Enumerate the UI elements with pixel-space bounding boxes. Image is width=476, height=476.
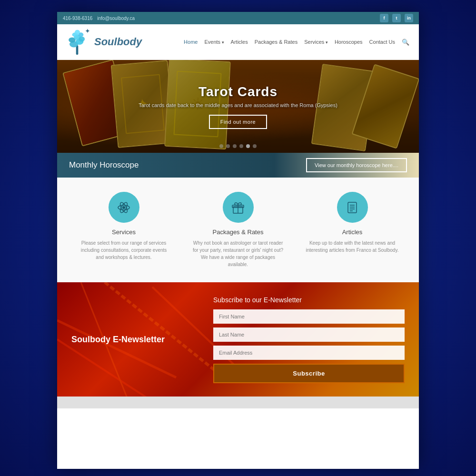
phone-number: 416-938-6316 [63,16,92,21]
main-nav: Home Events Articles Packages & Rates Se… [184,39,409,46]
logo-star: ✦ [85,27,90,35]
packages-icon-circle[interactable] [223,192,254,223]
hero-title: Tarot Cards [139,84,337,99]
newsletter-heading: Soulbody E-Newsletter [71,335,199,345]
outer-background: 416-938-6316 info@soulbody.ca f t in [0,0,476,476]
packages-icon [231,200,245,215]
nav-home[interactable]: Home [184,39,198,45]
subscribe-button[interactable]: Subscribe [213,364,405,383]
horoscope-bar: Monthly Horoscope View our monthly horos… [57,153,419,178]
svg-point-8 [75,30,80,34]
nav-horoscopes[interactable]: Horoscopes [335,39,363,45]
newsletter-left: Soulbody E-Newsletter [71,335,199,345]
service-title-3: Articles [305,228,400,236]
view-horoscope-button[interactable]: View our monthly horoscope here.... [306,158,407,172]
logo-text: Soulbody [94,36,142,48]
first-name-field[interactable] [213,309,405,324]
service-title-1: Services [76,228,171,236]
facebook-icon[interactable]: f [380,14,388,22]
newsletter-sub-title: Subscribe to our E-Newsletter [213,296,405,304]
twitter-icon[interactable]: t [392,14,401,22]
hero-content: Tarot Cards Tarot cards date back to the… [139,84,337,129]
service-desc-1: Please select from our range of services… [76,239,171,261]
articles-icon-circle[interactable] [337,192,368,223]
site-container: 416-938-6316 info@soulbody.ca f t in [57,12,419,469]
svg-line-24 [105,282,224,377]
service-item-3: Articles Keep up to date with the latest… [305,192,400,254]
svg-line-21 [57,320,176,377]
svg-point-9 [122,206,125,209]
articles-icon [345,200,359,215]
nav-services[interactable]: Services [304,39,328,45]
services-section: Services Please select from our range of… [57,178,419,282]
newsletter-section: Soulbody E-Newsletter Subscribe to our E… [57,282,419,397]
top-bar-right: f t in [380,14,413,22]
nav-events[interactable]: Events [204,39,224,45]
service-item-2: Packages & Rates Why not book an astrolo… [190,192,286,268]
top-bar-left: 416-938-6316 info@soulbody.ca [63,16,135,21]
search-icon[interactable]: 🔍 [402,39,409,46]
nav-packages[interactable]: Packages & Rates [255,39,298,45]
service-title-2: Packages & Rates [190,228,286,236]
email-field[interactable] [213,346,405,360]
horoscope-title: Monthly Horoscope [69,160,139,170]
service-item-1: Services Please select from our range of… [76,192,171,261]
service-desc-3: Keep up to date with the latest news and… [305,239,400,254]
svg-line-22 [57,339,152,397]
services-icon [117,200,131,215]
hero-slider: ✦ ☀ Tarot Cards Tarot cards date back to… [57,60,419,153]
nav-articles[interactable]: Articles [231,39,248,45]
logo-area: ✦ Soulbody [64,28,142,56]
email-address[interactable]: info@soulbody.ca [97,16,135,21]
top-bar: 416-938-6316 info@soulbody.ca f t in [57,12,419,24]
find-out-more-button[interactable]: Find out more [209,115,267,129]
services-icon-circle[interactable] [109,192,139,223]
nav-contact[interactable]: Contact Us [369,39,395,45]
footer [57,397,419,408]
footer-text [238,400,239,405]
last-name-field[interactable] [213,327,405,342]
svg-point-5 [79,37,85,42]
hero-subtitle: Tarot cards date back to the middle ages… [139,102,337,108]
linkedin-icon[interactable]: in [405,14,413,22]
service-desc-2: Why not book an astrologer or tarot read… [190,239,286,268]
newsletter-right: Subscribe to our E-Newsletter Subscribe [213,296,405,383]
header: ✦ Soulbody Home Events Articles Packages… [57,24,419,60]
